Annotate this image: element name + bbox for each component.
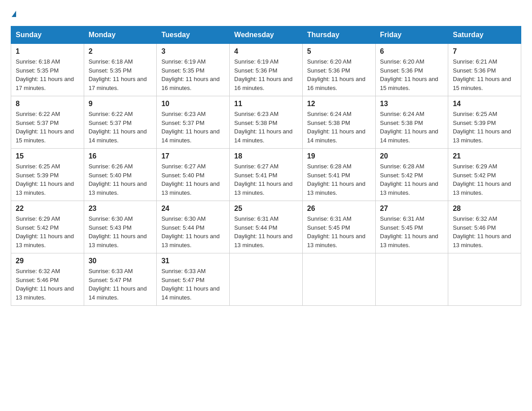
day-number: 7 (453, 47, 516, 56)
calendar-cell: 4 Sunrise: 6:19 AMSunset: 5:36 PMDayligh… (230, 44, 303, 96)
day-info: Sunrise: 6:18 AMSunset: 5:35 PMDaylight:… (16, 58, 74, 91)
day-number: 15 (16, 152, 79, 160)
day-info: Sunrise: 6:28 AMSunset: 5:41 PMDaylight:… (307, 163, 365, 196)
calendar-cell: 9 Sunrise: 6:22 AMSunset: 5:37 PMDayligh… (84, 96, 157, 149)
col-header-tuesday: Tuesday (157, 26, 230, 44)
day-number: 5 (307, 47, 371, 56)
calendar-cell: 30 Sunrise: 6:33 AMSunset: 5:47 PMDaylig… (84, 253, 157, 306)
col-header-friday: Friday (375, 26, 448, 44)
calendar-cell: 2 Sunrise: 6:18 AMSunset: 5:35 PMDayligh… (84, 44, 157, 96)
day-number: 22 (16, 205, 79, 213)
col-header-sunday: Sunday (11, 26, 84, 44)
day-info: Sunrise: 6:31 AMSunset: 5:44 PMDaylight:… (234, 215, 292, 248)
page-header (11, 11, 521, 17)
col-header-monday: Monday (84, 26, 157, 44)
day-number: 17 (161, 152, 225, 160)
col-header-saturday: Saturday (448, 26, 521, 44)
day-number: 23 (89, 205, 152, 213)
calendar-cell: 8 Sunrise: 6:22 AMSunset: 5:37 PMDayligh… (11, 96, 84, 149)
calendar-cell: 19 Sunrise: 6:28 AMSunset: 5:41 PMDaylig… (302, 149, 375, 201)
calendar-cell (230, 253, 303, 306)
day-number: 25 (234, 205, 298, 213)
day-info: Sunrise: 6:24 AMSunset: 5:38 PMDaylight:… (307, 111, 365, 144)
day-number: 6 (380, 47, 444, 56)
calendar-cell: 10 Sunrise: 6:23 AMSunset: 5:37 PMDaylig… (157, 96, 230, 149)
calendar-cell: 1 Sunrise: 6:18 AMSunset: 5:35 PMDayligh… (11, 44, 84, 96)
day-number: 31 (161, 257, 225, 265)
calendar-cell (302, 253, 375, 306)
col-header-wednesday: Wednesday (230, 26, 303, 44)
day-info: Sunrise: 6:25 AMSunset: 5:39 PMDaylight:… (16, 163, 74, 196)
day-number: 12 (307, 100, 371, 108)
calendar-table: SundayMondayTuesdayWednesdayThursdayFrid… (11, 26, 521, 306)
logo (11, 11, 16, 17)
calendar-cell: 16 Sunrise: 6:26 AMSunset: 5:40 PMDaylig… (84, 149, 157, 201)
day-number: 4 (234, 47, 298, 56)
day-info: Sunrise: 6:29 AMSunset: 5:42 PMDaylight:… (453, 163, 511, 196)
day-number: 28 (453, 205, 516, 213)
day-number: 8 (16, 100, 79, 108)
day-info: Sunrise: 6:23 AMSunset: 5:38 PMDaylight:… (234, 111, 292, 144)
day-number: 10 (161, 100, 225, 108)
week-row-2: 8 Sunrise: 6:22 AMSunset: 5:37 PMDayligh… (11, 96, 521, 149)
day-number: 21 (453, 152, 516, 160)
day-info: Sunrise: 6:27 AMSunset: 5:40 PMDaylight:… (161, 163, 219, 196)
day-number: 29 (16, 257, 79, 265)
calendar-cell: 14 Sunrise: 6:25 AMSunset: 5:39 PMDaylig… (448, 96, 521, 149)
day-info: Sunrise: 6:33 AMSunset: 5:47 PMDaylight:… (161, 268, 219, 301)
day-info: Sunrise: 6:21 AMSunset: 5:36 PMDaylight:… (453, 58, 511, 91)
day-number: 20 (380, 152, 444, 160)
day-info: Sunrise: 6:19 AMSunset: 5:36 PMDaylight:… (234, 58, 292, 91)
day-info: Sunrise: 6:32 AMSunset: 5:46 PMDaylight:… (16, 268, 74, 301)
calendar-cell: 13 Sunrise: 6:24 AMSunset: 5:38 PMDaylig… (375, 96, 448, 149)
calendar-cell: 22 Sunrise: 6:29 AMSunset: 5:42 PMDaylig… (11, 201, 84, 253)
day-number: 27 (380, 205, 444, 213)
day-number: 3 (161, 47, 225, 56)
calendar-cell: 21 Sunrise: 6:29 AMSunset: 5:42 PMDaylig… (448, 149, 521, 201)
week-row-1: 1 Sunrise: 6:18 AMSunset: 5:35 PMDayligh… (11, 44, 521, 96)
day-number: 26 (307, 205, 371, 213)
calendar-cell (375, 253, 448, 306)
calendar-cell (448, 253, 521, 306)
day-info: Sunrise: 6:29 AMSunset: 5:42 PMDaylight:… (16, 215, 74, 248)
day-info: Sunrise: 6:22 AMSunset: 5:37 PMDaylight:… (16, 111, 74, 144)
day-info: Sunrise: 6:23 AMSunset: 5:37 PMDaylight:… (161, 111, 219, 144)
week-row-3: 15 Sunrise: 6:25 AMSunset: 5:39 PMDaylig… (11, 149, 521, 201)
calendar-cell: 26 Sunrise: 6:31 AMSunset: 5:45 PMDaylig… (302, 201, 375, 253)
day-info: Sunrise: 6:26 AMSunset: 5:40 PMDaylight:… (89, 163, 147, 196)
day-info: Sunrise: 6:31 AMSunset: 5:45 PMDaylight:… (380, 215, 438, 248)
calendar-cell: 3 Sunrise: 6:19 AMSunset: 5:35 PMDayligh… (157, 44, 230, 96)
calendar-cell: 20 Sunrise: 6:28 AMSunset: 5:42 PMDaylig… (375, 149, 448, 201)
calendar-cell: 15 Sunrise: 6:25 AMSunset: 5:39 PMDaylig… (11, 149, 84, 201)
day-info: Sunrise: 6:30 AMSunset: 5:43 PMDaylight:… (89, 215, 147, 248)
day-info: Sunrise: 6:31 AMSunset: 5:45 PMDaylight:… (307, 215, 365, 248)
day-number: 16 (89, 152, 152, 160)
day-number: 18 (234, 152, 298, 160)
logo-triangle-icon (12, 11, 16, 17)
day-number: 13 (380, 100, 444, 108)
day-info: Sunrise: 6:32 AMSunset: 5:46 PMDaylight:… (453, 215, 511, 248)
day-info: Sunrise: 6:18 AMSunset: 5:35 PMDaylight:… (89, 58, 147, 91)
calendar-cell: 29 Sunrise: 6:32 AMSunset: 5:46 PMDaylig… (11, 253, 84, 306)
day-info: Sunrise: 6:24 AMSunset: 5:38 PMDaylight:… (380, 111, 438, 144)
week-row-4: 22 Sunrise: 6:29 AMSunset: 5:42 PMDaylig… (11, 201, 521, 253)
day-info: Sunrise: 6:33 AMSunset: 5:47 PMDaylight:… (89, 268, 147, 301)
day-number: 9 (89, 100, 152, 108)
day-info: Sunrise: 6:25 AMSunset: 5:39 PMDaylight:… (453, 111, 511, 144)
day-info: Sunrise: 6:19 AMSunset: 5:35 PMDaylight:… (161, 58, 219, 91)
week-row-5: 29 Sunrise: 6:32 AMSunset: 5:46 PMDaylig… (11, 253, 521, 306)
day-number: 2 (89, 47, 152, 56)
calendar-cell: 18 Sunrise: 6:27 AMSunset: 5:41 PMDaylig… (230, 149, 303, 201)
calendar-cell: 5 Sunrise: 6:20 AMSunset: 5:36 PMDayligh… (302, 44, 375, 96)
col-header-thursday: Thursday (302, 26, 375, 44)
day-info: Sunrise: 6:30 AMSunset: 5:44 PMDaylight:… (161, 215, 219, 248)
header-row: SundayMondayTuesdayWednesdayThursdayFrid… (11, 26, 521, 44)
day-info: Sunrise: 6:20 AMSunset: 5:36 PMDaylight:… (380, 58, 438, 91)
day-number: 24 (161, 205, 225, 213)
calendar-cell: 6 Sunrise: 6:20 AMSunset: 5:36 PMDayligh… (375, 44, 448, 96)
calendar-cell: 28 Sunrise: 6:32 AMSunset: 5:46 PMDaylig… (448, 201, 521, 253)
calendar-cell: 24 Sunrise: 6:30 AMSunset: 5:44 PMDaylig… (157, 201, 230, 253)
day-number: 30 (89, 257, 152, 265)
calendar-cell: 12 Sunrise: 6:24 AMSunset: 5:38 PMDaylig… (302, 96, 375, 149)
day-info: Sunrise: 6:20 AMSunset: 5:36 PMDaylight:… (307, 58, 365, 91)
